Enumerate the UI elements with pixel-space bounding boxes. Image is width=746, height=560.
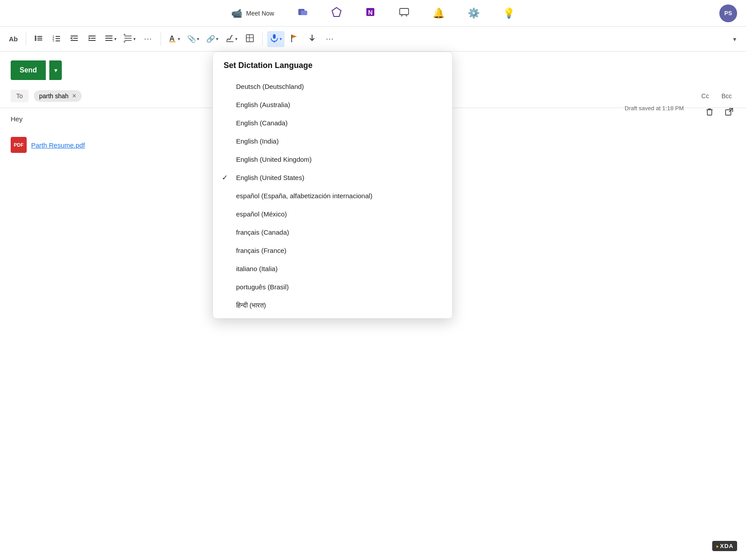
lang-label-hindi: हिन्दी (भारत) [236,301,266,309]
lang-item-francais-canada[interactable]: ✓ français (Canada) [213,223,452,241]
signature-icon [225,34,234,44]
bullets-icon [34,34,43,44]
attachment-link[interactable]: Parth Resume.pdf [31,141,85,149]
table-icon [245,34,254,44]
table-button[interactable] [242,31,258,47]
attach-button[interactable]: 📎 ▾ [184,31,202,47]
send-later-button[interactable] [304,31,320,47]
onenote-icon: N [365,7,376,20]
lang-item-english-us[interactable]: ✓ English (United States) [213,168,452,187]
delete-draft-button[interactable] [702,105,718,121]
more-actions-icon: ··· [326,34,334,44]
toolbar-expand-button[interactable]: ▾ [728,33,741,45]
lang-item-english-uk[interactable]: ✓ English (United Kingdom) [213,150,452,168]
lang-item-espanol-espana[interactable]: ✓ español (España, alfabetización intern… [213,187,452,205]
lang-label-english-us: English (United States) [236,174,304,181]
increase-indent-button[interactable] [84,31,100,47]
svg-rect-33 [169,41,176,42]
teams-icon [297,7,308,20]
send-dropdown-chevron-icon: ▾ [54,67,57,74]
avatar[interactable]: PS [719,4,737,22]
attach-chevron-icon: ▾ [197,36,199,41]
send-later-icon [308,34,317,44]
lang-item-english-india[interactable]: ✓ English (India) [213,132,452,150]
divider-1 [26,32,26,46]
onenote-icon-button[interactable]: N [361,4,380,23]
signature-button[interactable]: ▾ [223,31,240,47]
lang-item-portugues[interactable]: ✓ português (Brasil) [213,278,452,296]
dictation-dropdown-title: Set Dictation Language [213,59,452,77]
send-dropdown-button[interactable]: ▾ [49,60,62,80]
lang-label-portugues: português (Brasil) [236,283,289,291]
lang-label-english-uk: English (United Kingdom) [236,156,312,163]
flag-button[interactable] [286,31,302,47]
lang-item-italiano[interactable]: ✓ italiano (Italia) [213,260,452,278]
align-chevron-icon: ▾ [114,36,116,41]
whiteboard-icon-button[interactable] [394,4,414,23]
svg-rect-38 [273,34,276,39]
notifications-icon-button[interactable]: 🔔 [428,5,449,22]
bullets-button[interactable] [31,31,47,47]
svg-rect-42 [707,110,712,115]
divider-2 [160,32,161,46]
notifications-icon: 🔔 [433,8,445,19]
more-actions-button[interactable]: ··· [322,31,338,47]
settings-icon-button[interactable]: ⚙️ [463,5,484,22]
diamond-icon-button[interactable] [327,4,346,23]
link-button[interactable]: 🔗 ▾ [204,31,221,47]
lightbulb-icon-button[interactable]: 💡 [498,5,519,22]
to-label: To [11,90,28,102]
flag-icon [290,34,299,44]
lang-label-francais-canada: français (Canada) [236,228,289,236]
remove-recipient-button[interactable]: × [72,92,76,100]
compose-actions [702,105,737,121]
lang-label-francais-france: français (France) [236,247,286,254]
link-icon: 🔗 [206,35,215,43]
more-formatting-button[interactable]: ··· [140,31,156,47]
svg-rect-35 [246,35,253,42]
spacing-button[interactable]: ▾ [121,31,138,47]
increase-indent-icon [88,34,96,44]
meet-now-button[interactable]: 📹 Meet Now [227,5,278,21]
text-highlight-button[interactable]: A ▾ [165,31,183,47]
dictate-button[interactable]: ▾ [267,31,285,47]
svg-text:N: N [368,9,373,16]
top-bar: 📹 Meet Now N 🔔 ⚙️ 💡 PS [0,0,746,27]
teams-icon-button[interactable] [293,4,313,23]
decrease-indent-button[interactable] [66,31,82,47]
svg-rect-1 [301,11,307,15]
svg-point-8 [35,36,36,37]
meet-now-label: Meet Now [246,10,274,17]
lang-item-francais-france[interactable]: ✓ français (France) [213,241,452,260]
lang-label-espanol-mexico: español (México) [236,210,287,218]
bcc-button[interactable]: Bcc [718,91,735,101]
svg-marker-2 [332,8,341,16]
cc-bcc-area: Cc Bcc [698,91,735,101]
lang-item-english-australia[interactable]: ✓ English (Australia) [213,96,452,114]
lang-item-english-canada[interactable]: ✓ English (Canada) [213,114,452,132]
checkmark-icon: ✓ [222,173,228,182]
svg-text:A: A [169,35,175,42]
text-highlight-icon: A [168,34,177,44]
styles-button[interactable]: Ab [5,31,21,47]
align-button[interactable]: ▾ [102,31,119,47]
send-button[interactable]: Send [11,60,46,80]
pop-out-button[interactable] [721,105,737,121]
lang-item-deutsch[interactable]: ✓ Deutsch (Deutschland) [213,77,452,96]
dictate-icon [270,34,279,44]
signature-chevron-icon: ▾ [235,36,237,41]
settings-icon: ⚙️ [468,8,480,19]
decrease-indent-icon [70,34,79,44]
attachment-type-icon: PDF [11,137,27,153]
lang-item-espanol-mexico[interactable]: ✓ español (México) [213,205,452,223]
spacing-chevron-icon: ▾ [133,36,136,41]
numbering-button[interactable]: 123 [48,31,64,47]
cc-button[interactable]: Cc [698,91,713,101]
lang-item-hindi[interactable]: ✓ हिन्दी (भारत) [213,296,452,315]
xda-text: XDA [720,543,734,549]
attachment-icon-label: PDF [14,142,24,148]
svg-text:3: 3 [52,39,54,42]
recipient-name: parth shah [39,92,68,100]
svg-point-12 [35,39,36,41]
divider-3 [262,32,263,46]
